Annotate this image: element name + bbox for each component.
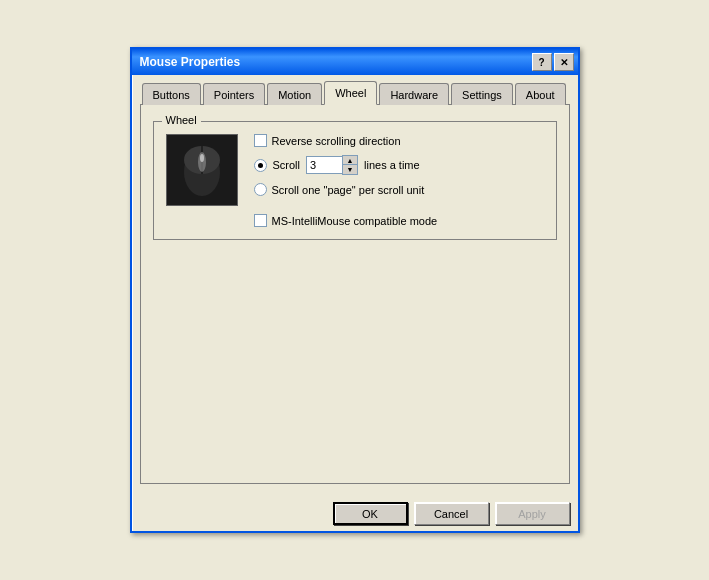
ms-intellimouse-label: MS-IntelliMouse compatible mode [272, 215, 438, 227]
tab-bar: Buttons Pointers Motion Wheel Hardware S… [140, 81, 570, 105]
spin-buttons: ▲ ▼ [342, 155, 358, 175]
reverse-scrolling-checkbox[interactable] [254, 134, 267, 147]
title-bar: Mouse Properties ? ✕ [132, 49, 578, 75]
title-controls: ? ✕ [532, 53, 574, 71]
scroll-value-input[interactable] [306, 156, 342, 174]
close-button[interactable]: ✕ [554, 53, 574, 71]
scroll-lines-radio[interactable] [254, 159, 267, 172]
spin-down-button[interactable]: ▼ [343, 165, 357, 174]
wheel-group: Wheel [153, 121, 557, 240]
scroll-page-radio[interactable] [254, 183, 267, 196]
scroll-suffix: lines a time [364, 159, 420, 171]
scroll-spinbox: ▲ ▼ [306, 155, 358, 175]
scroll-page-label: Scroll one "page" per scroll unit [272, 184, 425, 196]
tab-pointers[interactable]: Pointers [203, 83, 265, 105]
scroll-page-row: Scroll one "page" per scroll unit [254, 183, 438, 196]
svg-point-4 [200, 154, 204, 162]
wheel-inner: Reverse scrolling direction Scroll ▲ ▼ [166, 134, 544, 227]
scroll-lines-row: Scroll ▲ ▼ lines a time [254, 155, 438, 175]
window-title: Mouse Properties [136, 55, 241, 69]
wheel-group-legend: Wheel [162, 114, 201, 126]
bottom-button-bar: OK Cancel Apply [132, 492, 578, 531]
content-area: Buttons Pointers Motion Wheel Hardware S… [132, 75, 578, 492]
apply-button[interactable]: Apply [495, 502, 570, 525]
tab-settings[interactable]: Settings [451, 83, 513, 105]
tab-about[interactable]: About [515, 83, 566, 105]
cancel-button[interactable]: Cancel [414, 502, 489, 525]
mouse-image [166, 134, 238, 206]
tab-wheel[interactable]: Wheel [324, 81, 377, 105]
spin-up-button[interactable]: ▲ [343, 156, 357, 165]
tab-buttons[interactable]: Buttons [142, 83, 201, 105]
mouse-properties-window: Mouse Properties ? ✕ Buttons Pointers Mo… [130, 47, 580, 533]
help-button[interactable]: ? [532, 53, 552, 71]
scroll-label: Scroll [273, 159, 301, 171]
ok-button[interactable]: OK [333, 502, 408, 525]
tab-hardware[interactable]: Hardware [379, 83, 449, 105]
reverse-scrolling-label: Reverse scrolling direction [272, 135, 401, 147]
options-panel: Reverse scrolling direction Scroll ▲ ▼ [254, 134, 438, 227]
wheel-tab-content: Wheel [140, 104, 570, 484]
ms-intellimouse-checkbox[interactable] [254, 214, 267, 227]
ms-intellimouse-row: MS-IntelliMouse compatible mode [254, 214, 438, 227]
tab-motion[interactable]: Motion [267, 83, 322, 105]
reverse-scrolling-row: Reverse scrolling direction [254, 134, 438, 147]
